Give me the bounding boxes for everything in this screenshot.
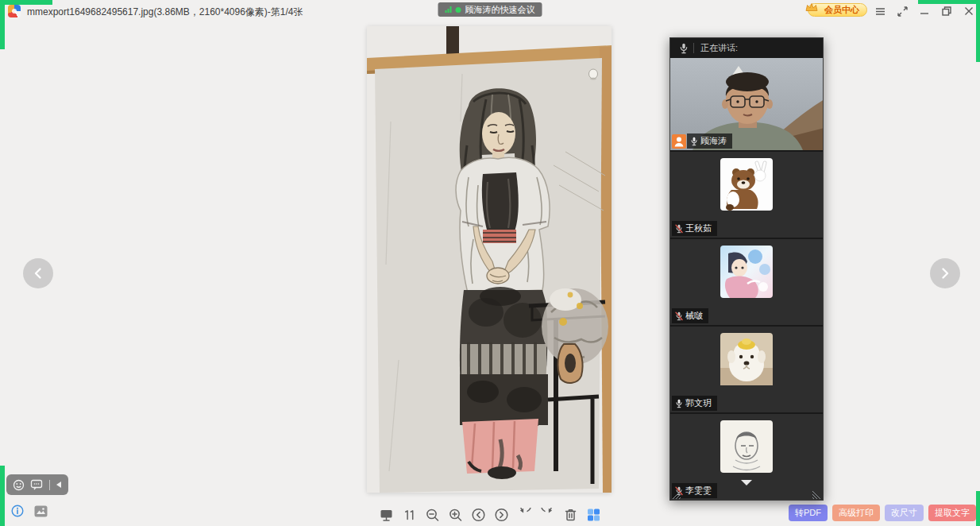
share-border-left-bottom [0,466,5,526]
fit-to-screen-icon[interactable] [380,508,394,522]
rotate-left-icon[interactable] [518,508,532,522]
next-icon[interactable] [495,508,509,522]
titlebar: mmexport1649682495617.jpg(3.86MB，2160*40… [0,0,980,22]
meeting-status-badge[interactable]: 顾海涛的快速会议 [438,2,542,17]
mini-toolbar-divider [49,480,50,490]
image-tools-grid-icon[interactable] [587,508,601,522]
screen: mmexport1649682495617.jpg(3.86MB，2160*40… [0,0,980,526]
resize-button[interactable]: 改尺寸 [885,505,924,521]
resize-handle-right[interactable] [812,489,822,499]
fullscreen-icon[interactable] [891,0,913,22]
participant-name: 王秋茹 [685,222,712,234]
mic-on-icon [675,399,683,408]
previous-icon[interactable] [472,508,486,522]
to-pdf-button[interactable]: 转PDF [789,505,828,521]
prev-arrow-icon [33,267,44,280]
next-image-button[interactable] [930,258,960,288]
member-center-label: 会员中心 [824,5,859,14]
avatar-anime-art [720,246,773,298]
header-divider [693,43,694,53]
avatar-cartoon-bear [720,158,773,211]
speaking-label: 正在讲话: [700,42,738,54]
participant-tile[interactable]: 械啵 [670,238,823,325]
emoji-icon[interactable] [13,479,25,491]
share-border-top-left [0,0,52,5]
share-border-right-top [976,0,980,62]
advanced-print-button[interactable]: 高级打印 [832,505,880,521]
green-dot-icon [456,7,461,13]
next-arrow-icon [939,267,951,280]
zoom-in-icon[interactable] [449,508,463,522]
corner-icons [11,505,48,517]
participant-name: 械啵 [685,310,703,322]
avatar-white-dog [720,333,773,385]
previous-image-button[interactable] [23,258,53,288]
resize-handle-left[interactable] [671,489,681,499]
info-icon[interactable] [11,505,24,517]
signal-bars-icon [446,6,452,13]
crown-icon [804,2,819,14]
participant-name: 李雯雯 [685,485,712,497]
meeting-panel-header[interactable]: 正在讲话: [670,38,823,58]
delete-icon[interactable] [564,508,578,522]
floating-mini-toolbar [6,474,68,495]
extract-text-button[interactable]: 提取文字 [928,505,976,521]
mic-muted-icon [675,224,683,234]
participant-name: 郭文玥 [685,397,712,409]
zoom-out-icon[interactable] [426,508,440,522]
share-border-right-bottom [976,491,980,526]
collapse-icon[interactable] [56,481,62,489]
image-filename: mmexport1649682495617.jpg(3.86MB，2160*40… [27,6,303,19]
mic-on-icon [690,137,698,146]
app-logo-icon [8,5,21,17]
participant-name: 顾海涛 [700,135,727,147]
image-properties-icon[interactable] [34,505,48,517]
participant-tile[interactable]: 李雯雯 [670,412,823,500]
microphone-icon [679,43,689,54]
mic-muted-icon [675,311,683,321]
quick-actions: 转PDF 高级打印 改尺寸 提取文字 [789,505,976,521]
share-border-top-right [918,0,980,4]
scroll-down-arrow-icon[interactable] [741,480,752,485]
share-border-left-top [0,0,5,49]
participant-tile-video[interactable]: 顾海涛 [670,58,823,150]
menu-icon[interactable] [869,0,891,22]
participant-tile[interactable]: 郭文玥 [670,325,823,412]
actual-size-1-1-icon[interactable] [403,508,417,522]
meeting-panel: 正在讲话: [669,37,824,501]
rotate-right-icon[interactable] [541,508,555,522]
viewer-toolbar [380,508,601,522]
comment-icon[interactable] [30,479,43,490]
participant-tile[interactable]: 王秋茹 [670,150,823,238]
artwork-image[interactable] [367,26,612,493]
avatar-pencil-sketch [720,420,773,473]
host-badge-icon [672,134,686,149]
member-center-button[interactable]: 会员中心 [808,3,867,17]
meeting-title: 顾海涛的快速会议 [465,4,535,16]
